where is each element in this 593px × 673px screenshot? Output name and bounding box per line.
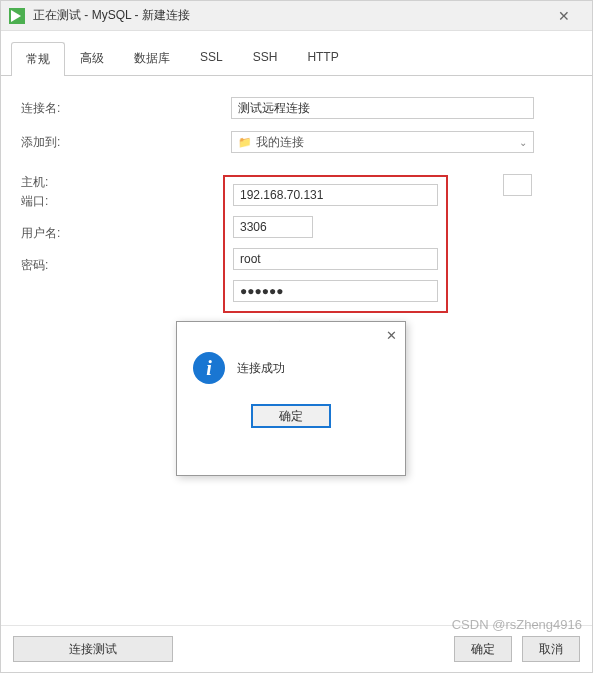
tab-ssl[interactable]: SSL [185,41,238,75]
label-password: 密码: [21,257,48,274]
cancel-button[interactable]: 取消 [522,636,580,662]
label-host: 主机: [1,174,231,191]
password-input[interactable] [233,280,438,302]
label-conn-name: 连接名: [21,100,231,117]
dialog-window: 正在测试 - MySQL - 新建连接 ✕ 常规 高级 数据库 SSL SSH … [0,0,593,673]
form-content: 连接名: 添加到: 📁 我的连接 ⌄ [1,76,592,174]
modal-message: 连接成功 [237,360,285,377]
test-connection-button[interactable]: 连接测试 [13,636,173,662]
tab-database[interactable]: 数据库 [119,41,185,75]
tab-http[interactable]: HTTP [292,41,353,75]
user-input[interactable] [233,248,438,270]
add-to-dropdown[interactable]: 📁 我的连接 ⌄ [231,131,534,153]
titlebar: 正在测试 - MySQL - 新建连接 ✕ [1,1,592,31]
conn-name-input[interactable] [231,97,534,119]
port-input[interactable] [233,216,313,238]
close-icon[interactable]: ✕ [544,3,584,29]
window-title: 正在测试 - MySQL - 新建连接 [33,7,544,24]
folder-icon: 📁 [238,136,252,149]
tab-general[interactable]: 常规 [11,42,65,76]
host-extra-box[interactable] [503,174,532,196]
dialog-footer: 连接测试 确定 取消 [1,625,592,672]
tab-ssh[interactable]: SSH [238,41,293,75]
label-add-to: 添加到: [21,134,231,151]
tab-advanced[interactable]: 高级 [65,41,119,75]
label-user: 用户名: [21,225,60,242]
message-dialog: ✕ i 连接成功 确定 [176,321,406,476]
highlight-box [223,175,448,313]
label-port: 端口: [21,193,48,210]
tabs: 常规 高级 数据库 SSL SSH HTTP [1,31,592,76]
modal-ok-button[interactable]: 确定 [251,404,331,428]
add-to-value: 我的连接 [256,134,304,151]
ok-button[interactable]: 确定 [454,636,512,662]
info-icon: i [193,352,225,384]
modal-close-icon[interactable]: ✕ [386,328,397,343]
chevron-down-icon: ⌄ [519,137,527,148]
app-icon [9,8,25,24]
